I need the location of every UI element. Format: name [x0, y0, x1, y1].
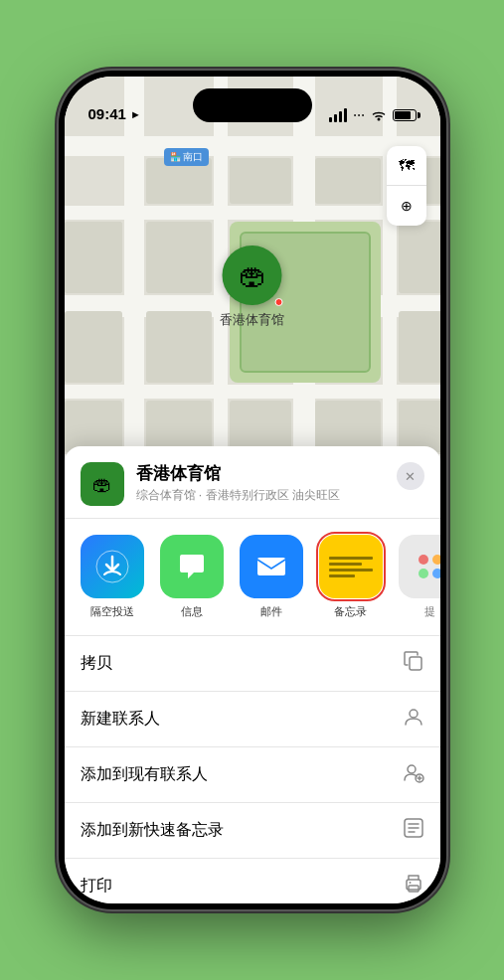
- location-arrow-icon: ►: [130, 108, 141, 120]
- phone-frame: 09:41 ► ⋅⋅⋅: [59, 71, 446, 909]
- stadium-icon: 🏟: [239, 259, 266, 292]
- more-label: 提: [424, 604, 435, 619]
- notes-label: 备忘录: [334, 604, 367, 619]
- battery-icon: [393, 109, 417, 121]
- quick-note-icon: [403, 817, 424, 844]
- action-add-quick-note-label: 添加到新快速备忘录: [81, 820, 224, 841]
- airdrop-label: 隔空投送: [90, 604, 134, 619]
- map-controls: 🗺 ⊕: [387, 146, 426, 226]
- messages-label: 信息: [181, 604, 203, 619]
- action-print[interactable]: 打印: [65, 859, 440, 903]
- venue-info: 香港体育馆 综合体育馆 · 香港特别行政区 油尖旺区: [136, 462, 385, 504]
- pin-circle: 🏟: [223, 245, 282, 305]
- map-area[interactable]: 🏪 南口 🏟 香港体育馆 🗺 ⊕: [65, 77, 440, 494]
- map-icon: 🗺: [399, 157, 415, 175]
- close-button[interactable]: ✕: [397, 462, 424, 490]
- new-contact-icon: [403, 706, 424, 733]
- share-item-airdrop[interactable]: 隔空投送: [81, 535, 144, 619]
- svg-point-4: [410, 710, 418, 718]
- copy-icon: [403, 650, 424, 677]
- map-view-toggle-button[interactable]: 🗺: [387, 146, 426, 186]
- location-icon: ⊕: [401, 198, 413, 214]
- messages-icon: [174, 549, 210, 584]
- svg-rect-2: [257, 558, 285, 575]
- print-icon: [403, 873, 424, 899]
- share-item-messages[interactable]: 信息: [160, 535, 224, 619]
- pin-dot: [275, 298, 283, 306]
- mail-icon: [253, 549, 289, 584]
- pin-label: 香港体育馆: [220, 311, 284, 329]
- location-center-button[interactable]: ⊕: [387, 186, 426, 226]
- action-print-label: 打印: [81, 876, 112, 897]
- mail-label: 邮件: [260, 604, 282, 619]
- share-item-notes[interactable]: 备忘录: [319, 535, 383, 619]
- add-existing-icon: [403, 761, 424, 788]
- action-add-existing-label: 添加到现有联系人: [81, 764, 208, 785]
- venue-icon: 🏟: [81, 462, 124, 506]
- svg-point-0: [377, 117, 380, 120]
- venue-header: 🏟 香港体育馆 综合体育馆 · 香港特别行政区 油尖旺区 ✕: [65, 446, 440, 519]
- venue-name: 香港体育馆: [136, 462, 385, 485]
- status-icons: ⋅⋅⋅: [329, 107, 417, 122]
- svg-rect-3: [410, 657, 421, 670]
- share-item-more[interactable]: 提: [399, 535, 440, 619]
- action-add-quick-note[interactable]: 添加到新快速备忘录: [65, 803, 440, 859]
- venue-pin-icon: 🏟: [92, 473, 112, 496]
- share-item-mail[interactable]: 邮件: [240, 535, 303, 619]
- svg-point-15: [409, 882, 411, 884]
- notes-icon: [329, 554, 373, 580]
- wifi-icon-svg: [371, 109, 387, 121]
- action-add-existing-contact[interactable]: 添加到现有联系人: [65, 747, 440, 803]
- wifi-icon: ⋅⋅⋅: [353, 107, 365, 122]
- location-tag: 🏪 南口: [164, 148, 210, 166]
- phone-screen: 09:41 ► ⋅⋅⋅: [65, 77, 440, 903]
- dynamic-island: [193, 88, 312, 122]
- action-new-contact-label: 新建联系人: [81, 709, 160, 730]
- bottom-sheet: 🏟 香港体育馆 综合体育馆 · 香港特别行政区 油尖旺区 ✕: [65, 446, 440, 903]
- signal-bars: [329, 108, 347, 122]
- location-pin: 🏟 香港体育馆: [220, 245, 284, 329]
- airdrop-icon: [94, 549, 130, 584]
- action-copy[interactable]: 拷贝: [65, 636, 440, 692]
- status-time: 09:41 ►: [88, 105, 141, 122]
- svg-point-5: [408, 765, 416, 773]
- action-new-contact[interactable]: 新建联系人: [65, 692, 440, 747]
- svg-rect-14: [409, 886, 419, 892]
- action-list: 拷贝 新建联系人: [65, 636, 440, 903]
- action-copy-label: 拷贝: [81, 653, 112, 674]
- venue-subtitle: 综合体育馆 · 香港特别行政区 油尖旺区: [136, 487, 385, 504]
- share-row: 隔空投送 信息: [65, 519, 440, 636]
